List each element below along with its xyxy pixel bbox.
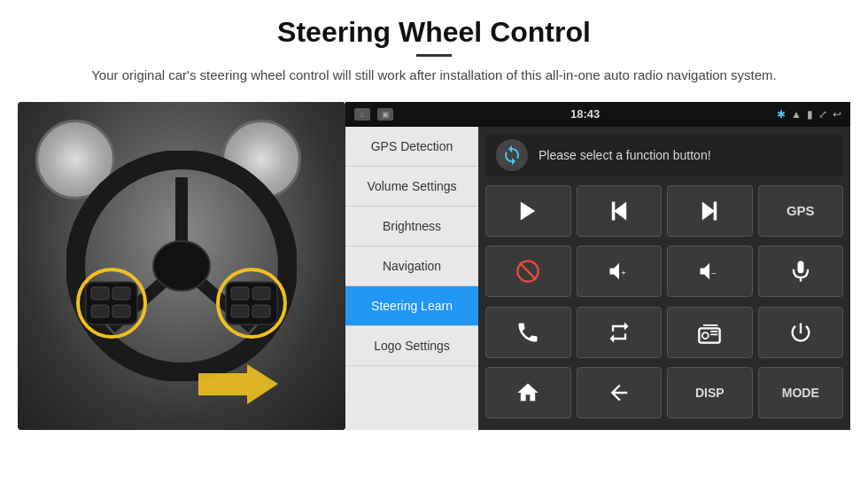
svg-rect-13 xyxy=(231,305,249,317)
menu-item-gps-detection[interactable]: GPS Detection xyxy=(345,127,478,167)
panel-prompt: Please select a function button! xyxy=(539,148,711,162)
status-icons-right: ✱ ▲ ▮ ⤢ ↩ xyxy=(777,108,841,121)
mic-icon xyxy=(788,259,813,284)
expand-icon: ⤢ xyxy=(818,108,827,121)
steering-wheel-svg xyxy=(66,151,297,381)
arrow-indicator xyxy=(198,360,278,412)
wifi-icon: ▲ xyxy=(791,108,802,121)
skip-back-button[interactable] xyxy=(577,185,663,237)
play-icon xyxy=(515,199,540,223)
home-icon xyxy=(515,380,540,405)
power-button[interactable] xyxy=(758,307,844,358)
phone-button[interactable] xyxy=(485,307,571,358)
status-bar: ⌂ ▣ 18:43 ✱ ▲ ▮ ⤢ ↩ xyxy=(345,102,850,127)
svg-rect-12 xyxy=(252,287,270,300)
svg-marker-21 xyxy=(702,201,715,220)
svg-marker-25 xyxy=(609,263,619,280)
svg-rect-29 xyxy=(797,261,803,273)
mute-button[interactable] xyxy=(485,246,571,297)
menu-item-volume-settings[interactable]: Volume Settings xyxy=(345,167,478,207)
svg-point-4 xyxy=(153,241,210,291)
back-nav-button[interactable] xyxy=(577,367,663,418)
svg-rect-20 xyxy=(612,201,616,220)
svg-rect-8 xyxy=(91,305,109,317)
disp-button[interactable]: DISP xyxy=(667,367,753,418)
mic-button[interactable] xyxy=(758,246,844,297)
mode-button[interactable]: MODE xyxy=(758,367,844,418)
play-button[interactable] xyxy=(485,185,571,237)
svg-point-32 xyxy=(702,332,709,339)
steering-wheel-image xyxy=(18,102,345,430)
repeat-icon xyxy=(607,320,632,345)
radio-button[interactable] xyxy=(667,307,753,358)
svg-marker-19 xyxy=(614,201,626,220)
skip-forward-icon xyxy=(697,199,722,223)
svg-text:+: + xyxy=(621,269,625,277)
menu-item-brightness[interactable]: Brightness xyxy=(345,207,478,246)
menu-item-steering-learn[interactable]: Steering Learn xyxy=(345,286,478,326)
mute-icon xyxy=(515,259,540,284)
vol-down-icon: – xyxy=(697,259,722,284)
button-grid: GPS + xyxy=(485,185,843,423)
sync-svg xyxy=(501,145,523,166)
bluetooth-icon: ✱ xyxy=(777,108,786,121)
radio-ui: ⌂ ▣ 18:43 ✱ ▲ ▮ ⤢ ↩ GPS Detection Volume… xyxy=(345,102,850,430)
home-button[interactable] xyxy=(485,367,571,418)
vol-up-button[interactable]: + xyxy=(577,246,663,297)
gps-button[interactable]: GPS xyxy=(758,185,844,237)
menu-item-navigation[interactable]: Navigation xyxy=(345,246,478,286)
sync-icon[interactable] xyxy=(496,139,528,171)
radio-icon xyxy=(697,320,722,345)
home-status-icon[interactable]: ⌂ xyxy=(354,108,370,121)
menu-item-logo-settings[interactable]: Logo Settings xyxy=(345,326,478,366)
svg-rect-11 xyxy=(231,287,249,300)
svg-rect-14 xyxy=(252,305,270,317)
back-nav-icon xyxy=(607,380,632,405)
title-divider xyxy=(416,54,452,57)
content-area: ⌂ ▣ 18:43 ✱ ▲ ▮ ⤢ ↩ GPS Detection Volume… xyxy=(18,102,850,430)
vol-up-icon: + xyxy=(607,259,632,284)
back-icon: ↩ xyxy=(833,108,841,121)
radio-content: GPS Detection Volume Settings Brightness… xyxy=(345,127,850,430)
status-icons-left: ⌂ ▣ xyxy=(354,108,393,121)
page-header: Steering Wheel Control Your original car… xyxy=(0,0,868,95)
screen-status-icon[interactable]: ▣ xyxy=(377,108,393,121)
status-time: 18:43 xyxy=(570,107,600,121)
skip-forward-button[interactable] xyxy=(667,185,753,237)
radio-panel: Please select a function button! xyxy=(478,127,850,430)
yellow-arrow-svg xyxy=(198,360,278,409)
svg-rect-9 xyxy=(112,305,130,317)
power-icon xyxy=(788,320,813,345)
page-title: Steering Wheel Control xyxy=(53,16,815,49)
mode-label: MODE xyxy=(782,386,819,400)
battery-icon: ▮ xyxy=(807,108,813,121)
svg-line-24 xyxy=(520,263,537,280)
radio-menu: GPS Detection Volume Settings Brightness… xyxy=(345,127,478,430)
gps-label: GPS xyxy=(787,203,815,218)
svg-text:–: – xyxy=(712,269,717,277)
svg-marker-17 xyxy=(198,364,278,404)
svg-rect-22 xyxy=(714,201,717,220)
phone-icon xyxy=(515,320,540,345)
svg-rect-7 xyxy=(112,287,130,300)
page-subtitle: Your original car's steering wheel contr… xyxy=(53,66,815,86)
steering-wheel xyxy=(66,151,297,381)
repeat-button[interactable] xyxy=(577,307,663,358)
panel-header: Please select a function button! xyxy=(485,134,843,176)
disp-label: DISP xyxy=(695,386,725,400)
svg-rect-6 xyxy=(91,287,109,300)
svg-marker-18 xyxy=(521,201,535,220)
svg-marker-27 xyxy=(701,263,710,280)
skip-back-icon xyxy=(607,199,632,223)
vol-down-button[interactable]: – xyxy=(667,246,753,297)
